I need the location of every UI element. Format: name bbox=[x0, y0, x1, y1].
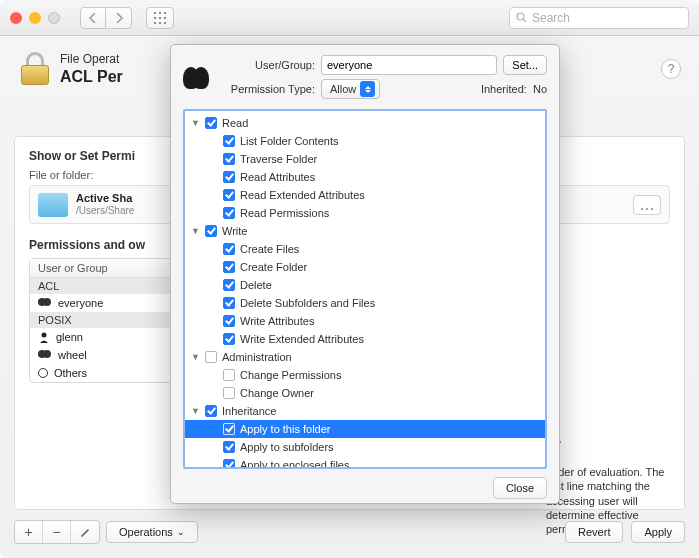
disclosure-icon[interactable]: ▼ bbox=[191, 352, 200, 362]
close-window-icon[interactable] bbox=[10, 12, 22, 24]
tree-row[interactable]: List Folder Contents bbox=[185, 132, 545, 150]
svg-rect-5 bbox=[164, 17, 166, 19]
file-name: Active Sha bbox=[76, 192, 134, 205]
tree-row[interactable]: Create Files bbox=[185, 240, 545, 258]
apply-button[interactable]: Apply bbox=[631, 521, 685, 543]
tree-row[interactable]: Read Extended Attributes bbox=[185, 186, 545, 204]
list-item[interactable]: wheel bbox=[30, 346, 178, 364]
section-acl: ACL bbox=[30, 278, 178, 294]
tree-label: Apply to this folder bbox=[240, 423, 331, 435]
tree-row[interactable]: Traverse Folder bbox=[185, 150, 545, 168]
tree-row[interactable]: Apply to enclosed files bbox=[185, 456, 545, 469]
checkbox[interactable] bbox=[223, 207, 235, 219]
tree-row[interactable]: Change Owner bbox=[185, 384, 545, 402]
tree-row[interactable]: Write Extended Attributes bbox=[185, 330, 545, 348]
tree-label: Read Attributes bbox=[240, 171, 315, 183]
user-icon bbox=[38, 331, 50, 343]
tree-label: Create Files bbox=[240, 243, 299, 255]
tree-row[interactable]: Change Permissions bbox=[185, 366, 545, 384]
tree-label: Delete bbox=[240, 279, 272, 291]
tree-row[interactable]: Create Folder bbox=[185, 258, 545, 276]
checkbox[interactable] bbox=[223, 189, 235, 201]
back-button[interactable] bbox=[80, 7, 106, 29]
close-button[interactable]: Close bbox=[493, 477, 547, 499]
disclosure-icon[interactable]: ▼ bbox=[191, 118, 200, 128]
help-button[interactable]: ? bbox=[661, 59, 681, 79]
permission-type-select[interactable]: Allow bbox=[321, 79, 380, 99]
titlebar: Search bbox=[0, 0, 699, 36]
tree-row[interactable]: Apply to subfolders bbox=[185, 438, 545, 456]
permission-type-label: Permission Type: bbox=[219, 83, 315, 95]
forward-button[interactable] bbox=[106, 7, 132, 29]
show-all-button[interactable] bbox=[146, 7, 174, 29]
checkbox[interactable] bbox=[223, 243, 235, 255]
file-path: /Users/Share bbox=[76, 205, 134, 217]
remove-button[interactable]: − bbox=[43, 521, 71, 543]
tree-row[interactable]: ▼Read bbox=[185, 114, 545, 132]
chevron-down-icon: ⌄ bbox=[177, 527, 185, 537]
checkbox[interactable] bbox=[223, 369, 235, 381]
minimize-window-icon[interactable] bbox=[29, 12, 41, 24]
checkbox[interactable] bbox=[223, 423, 235, 435]
svg-point-11 bbox=[42, 333, 47, 338]
list-item[interactable]: glenn bbox=[30, 328, 178, 346]
disclosure-icon[interactable]: ▼ bbox=[191, 226, 200, 236]
inherited-label: Inherited: No bbox=[481, 83, 547, 95]
tree-row[interactable]: Delete Subfolders and Files bbox=[185, 294, 545, 312]
checkbox[interactable] bbox=[223, 171, 235, 183]
checkbox[interactable] bbox=[205, 351, 217, 363]
tree-label: Write bbox=[222, 225, 247, 237]
set-button[interactable]: Set... bbox=[503, 55, 547, 75]
svg-rect-1 bbox=[159, 12, 161, 14]
down-arrow-icon: ↓ bbox=[546, 407, 666, 459]
checkbox[interactable] bbox=[223, 297, 235, 309]
disclosure-icon[interactable]: ▼ bbox=[191, 406, 200, 416]
tree-label: Apply to subfolders bbox=[240, 441, 334, 453]
checkbox[interactable] bbox=[223, 387, 235, 399]
checkbox[interactable] bbox=[223, 261, 235, 273]
header-title: ACL Per bbox=[60, 67, 123, 86]
acl-edit-sheet: User/Group: Set... Permission Type: Allo… bbox=[170, 44, 560, 504]
window-controls bbox=[10, 12, 60, 24]
checkbox[interactable] bbox=[205, 405, 217, 417]
search-input[interactable]: Search bbox=[509, 7, 689, 29]
permission-tree[interactable]: ▼ReadList Folder ContentsTraverse Folder… bbox=[183, 109, 547, 469]
checkbox[interactable] bbox=[223, 279, 235, 291]
checkbox[interactable] bbox=[223, 441, 235, 453]
info-panel: ↓ Order of evaluation. The first line ma… bbox=[546, 407, 666, 536]
tree-row[interactable]: Read Attributes bbox=[185, 168, 545, 186]
checkbox[interactable] bbox=[223, 135, 235, 147]
checkbox[interactable] bbox=[205, 225, 217, 237]
checkbox[interactable] bbox=[223, 459, 235, 469]
list-item[interactable]: everyone bbox=[30, 294, 178, 312]
tree-row[interactable]: Read Permissions bbox=[185, 204, 545, 222]
section-posix: POSIX bbox=[30, 312, 178, 328]
svg-rect-3 bbox=[154, 17, 156, 19]
operations-menu[interactable]: Operations⌄ bbox=[106, 521, 198, 543]
tree-label: Change Permissions bbox=[240, 369, 342, 381]
tree-row[interactable]: ▼Administration bbox=[185, 348, 545, 366]
svg-line-10 bbox=[523, 19, 526, 22]
header-text: File Operat ACL Per bbox=[60, 52, 123, 86]
tree-label: Write Attributes bbox=[240, 315, 314, 327]
tree-label: Write Extended Attributes bbox=[240, 333, 364, 345]
checkbox[interactable] bbox=[223, 153, 235, 165]
search-placeholder: Search bbox=[532, 11, 570, 25]
list-item[interactable]: Others bbox=[30, 364, 178, 382]
permissions-list[interactable]: User or Group ACL everyone POSIX glenn w… bbox=[29, 258, 179, 383]
tree-row[interactable]: Write Attributes bbox=[185, 312, 545, 330]
checkbox[interactable] bbox=[223, 333, 235, 345]
tree-row[interactable]: Delete bbox=[185, 276, 545, 294]
browse-button[interactable]: … bbox=[633, 195, 661, 215]
revert-button[interactable]: Revert bbox=[565, 521, 623, 543]
add-button[interactable]: + bbox=[15, 521, 43, 543]
tree-row[interactable]: ▼Write bbox=[185, 222, 545, 240]
tree-row[interactable]: Apply to this folder bbox=[185, 420, 545, 438]
tree-row[interactable]: ▼Inheritance bbox=[185, 402, 545, 420]
tree-label: Apply to enclosed files bbox=[240, 459, 349, 469]
user-group-input[interactable] bbox=[321, 55, 497, 75]
edit-button[interactable] bbox=[71, 521, 99, 543]
tree-label: List Folder Contents bbox=[240, 135, 338, 147]
checkbox[interactable] bbox=[223, 315, 235, 327]
checkbox[interactable] bbox=[205, 117, 217, 129]
